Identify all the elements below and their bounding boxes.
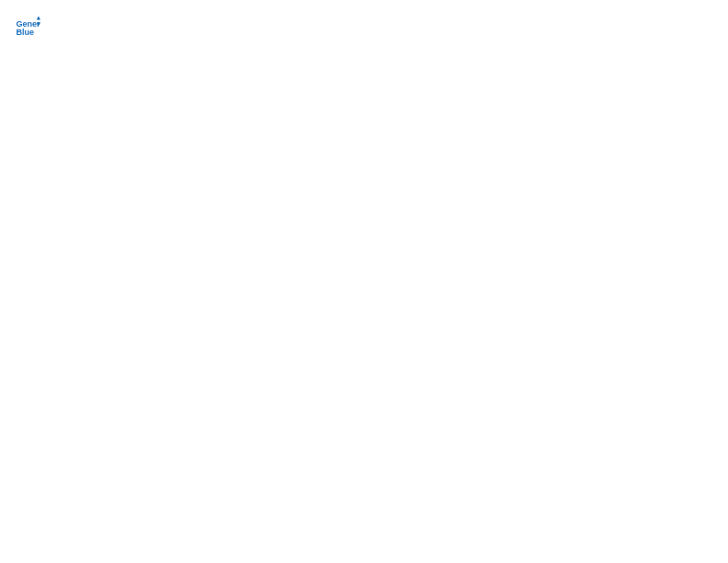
page-header: General Blue [15,15,713,40]
svg-text:General: General [16,19,40,29]
svg-text:Blue: Blue [16,28,34,37]
logo-icon: General Blue [15,15,40,40]
svg-marker-2 [37,16,40,19]
logo: General Blue [15,15,44,40]
